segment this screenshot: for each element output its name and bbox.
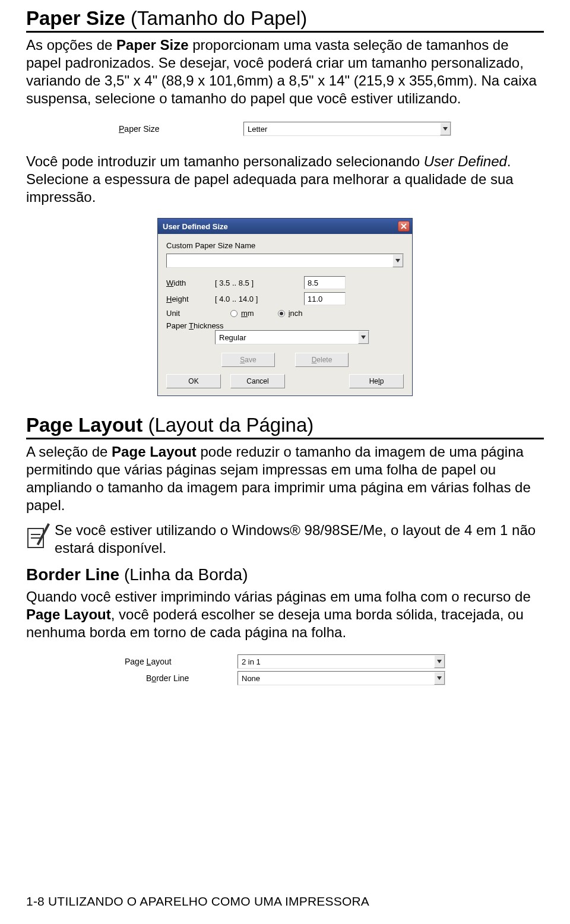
paper-size-paragraph-1: As opções de Paper Size proporcionam uma…	[26, 36, 544, 107]
custom-name-label: Custom Paper Size Name	[166, 241, 404, 250]
page-footer: 1-8 UTILIZANDO O APARELHO COMO UMA IMPRE…	[26, 894, 369, 909]
dialog-titlebar: User Defined Size	[158, 219, 412, 234]
svg-marker-0	[443, 127, 448, 131]
page-layout-panel: Page Layout 2 in 1 Border Line None	[125, 654, 445, 685]
unit-label: Unit	[166, 309, 215, 318]
radio-icon	[278, 310, 285, 317]
page-layout-paragraph: A seleção de Page Layout pode reduzir o …	[26, 443, 544, 514]
heading-bold: Paper Size	[26, 7, 125, 29]
border-line-label: Border Line	[125, 673, 238, 683]
svg-marker-1	[395, 259, 400, 262]
custom-name-dropdown[interactable]	[166, 254, 404, 268]
save-button[interactable]: Save	[221, 353, 275, 367]
border-line-paragraph: Quando você estiver imprimindo várias pá…	[26, 588, 544, 641]
unit-mm-radio[interactable]: mm	[230, 309, 254, 318]
thickness-value: Regular	[216, 333, 358, 342]
note-icon	[26, 524, 49, 550]
radio-icon	[230, 310, 238, 317]
delete-button[interactable]: Delete	[295, 353, 349, 367]
paper-size-paragraph-2: Você pode introduzir um tamanho personal…	[26, 153, 544, 206]
chevron-down-icon[interactable]	[440, 122, 451, 135]
svg-marker-3	[437, 660, 442, 663]
unit-row: Unit mm inch	[166, 309, 404, 318]
chevron-down-icon[interactable]	[434, 672, 445, 685]
width-input[interactable]: 8.5	[304, 276, 346, 289]
svg-marker-2	[361, 336, 366, 339]
chevron-down-icon[interactable]	[392, 254, 403, 267]
page-layout-value: 2 in 1	[238, 657, 434, 666]
cancel-button[interactable]: Cancel	[230, 374, 285, 388]
border-line-dropdown[interactable]: None	[238, 671, 445, 685]
dialog-title: User Defined Size	[163, 222, 228, 231]
height-row: Height [ 4.0 .. 14.0 ] 11.0	[166, 292, 404, 305]
close-icon[interactable]	[398, 221, 410, 232]
paper-size-dropdown[interactable]: Letter	[243, 122, 451, 136]
page-layout-dropdown[interactable]: 2 in 1	[238, 654, 445, 669]
thickness-dropdown[interactable]: Regular	[215, 330, 369, 344]
heading-border-line: Border Line (Linha da Borda)	[26, 565, 544, 584]
svg-marker-4	[437, 676, 442, 680]
heading-paper-size: Paper Size (Tamanho do Papel)	[26, 7, 544, 33]
paper-size-label: Paper Size	[119, 124, 238, 134]
note-block: Se você estiver utilizando o Windows® 98…	[26, 521, 544, 557]
paper-size-control-row: Paper Size Letter	[119, 122, 451, 136]
user-defined-size-dialog: User Defined Size Custom Paper Size Name…	[157, 218, 413, 396]
height-label: Height	[166, 295, 215, 303]
note-text: Se você estiver utilizando o Windows® 98…	[55, 521, 544, 557]
thickness-label: Paper Thickness	[166, 321, 404, 330]
page-layout-label: Page Layout	[125, 657, 238, 666]
width-label: Width	[166, 279, 215, 287]
width-row: Width [ 3.5 .. 8.5 ] 8.5	[166, 276, 404, 289]
ok-button[interactable]: OK	[166, 374, 221, 388]
chevron-down-icon[interactable]	[358, 331, 369, 344]
height-range: [ 4.0 .. 14.0 ]	[215, 295, 304, 303]
unit-inch-radio[interactable]: inch	[278, 309, 303, 318]
help-button[interactable]: Help	[349, 374, 404, 388]
heading-page-layout: Page Layout (Layout da Página)	[26, 414, 544, 439]
border-line-value: None	[238, 674, 434, 683]
heading-rest: (Tamanho do Papel)	[125, 7, 307, 29]
width-range: [ 3.5 .. 8.5 ]	[215, 279, 304, 287]
chevron-down-icon[interactable]	[434, 655, 445, 668]
paper-size-value: Letter	[244, 125, 440, 134]
height-input[interactable]: 11.0	[304, 292, 346, 305]
